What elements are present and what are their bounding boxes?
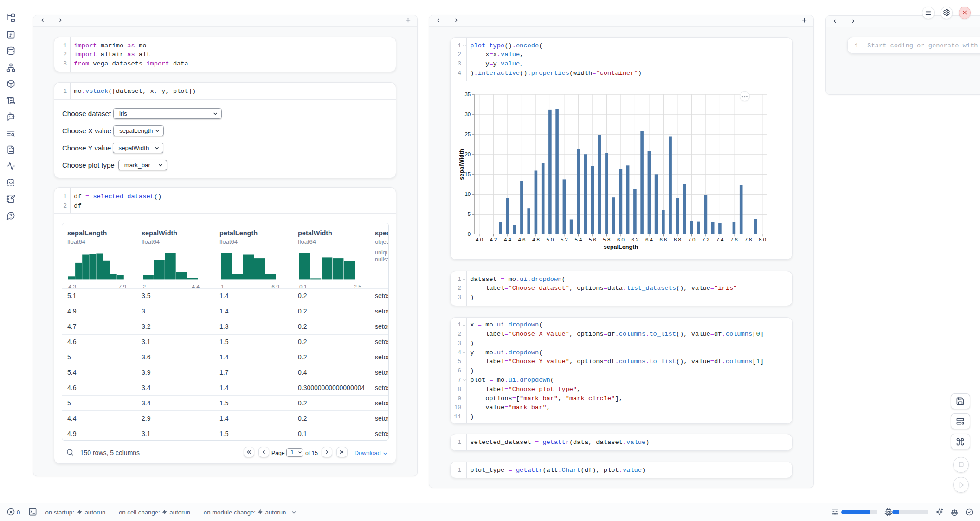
svg-text:6.6: 6.6 — [659, 237, 667, 242]
svg-text:10: 10 — [464, 191, 471, 197]
svg-text:20: 20 — [464, 151, 471, 157]
svg-text:7.4: 7.4 — [716, 237, 724, 242]
svg-text:5: 5 — [468, 211, 471, 217]
svg-text:5.2: 5.2 — [561, 237, 568, 242]
svg-text:35: 35 — [464, 91, 471, 97]
svg-text:0: 0 — [468, 231, 471, 237]
svg-text:30: 30 — [464, 111, 471, 117]
svg-text:7.2: 7.2 — [702, 237, 709, 242]
svg-text:6.4: 6.4 — [645, 237, 653, 242]
svg-text:7.0: 7.0 — [688, 237, 695, 242]
svg-text:15: 15 — [464, 171, 471, 177]
svg-text:4.8: 4.8 — [532, 237, 540, 242]
svg-text:5.6: 5.6 — [589, 237, 596, 242]
svg-text:4.6: 4.6 — [518, 237, 525, 242]
svg-text:4.4: 4.4 — [504, 237, 512, 242]
svg-text:4.0: 4.0 — [476, 237, 483, 242]
svg-text:5.8: 5.8 — [603, 237, 610, 242]
svg-text:sepalLength: sepalLength — [604, 244, 638, 250]
svg-text:6.2: 6.2 — [631, 237, 638, 242]
svg-text:6.8: 6.8 — [674, 237, 681, 242]
svg-text:5.0: 5.0 — [546, 237, 554, 242]
svg-text:6.0: 6.0 — [617, 237, 625, 242]
svg-text:4.2: 4.2 — [490, 237, 497, 242]
svg-text:sepalWidth: sepalWidth — [458, 149, 465, 180]
svg-text:25: 25 — [464, 131, 471, 137]
svg-text:8.0: 8.0 — [759, 237, 766, 242]
svg-text:7.6: 7.6 — [730, 237, 738, 242]
svg-text:7.8: 7.8 — [744, 237, 752, 242]
svg-text:5.4: 5.4 — [574, 237, 582, 242]
